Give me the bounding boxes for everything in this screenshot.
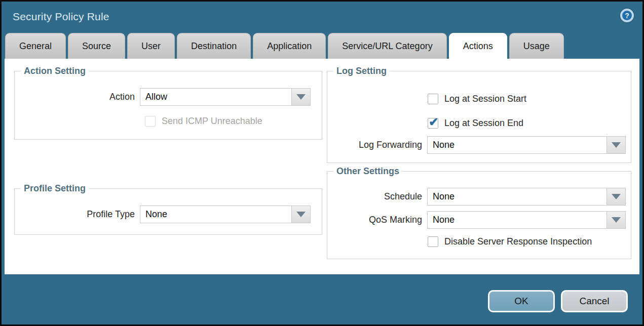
log-setting-legend: Log Setting: [333, 66, 390, 76]
cancel-button[interactable]: Cancel: [561, 290, 628, 312]
profile-setting-group: Profile Setting Profile Type None: [14, 188, 322, 235]
action-dropdown-button[interactable]: [291, 89, 310, 105]
log-session-start-row: Log at Session Start: [428, 94, 526, 104]
security-policy-rule-dialog: Security Policy Rule ? GeneralSourceUser…: [0, 0, 644, 326]
qos-marking-label: QoS Marking: [327, 215, 427, 225]
tab-bar: GeneralSourceUserDestinationApplicationS…: [5, 33, 564, 59]
tab-user[interactable]: User: [127, 33, 175, 59]
log-forwarding-dropdown-value: None: [428, 137, 607, 153]
send-icmp-label: Send ICMP Unreachable: [156, 116, 262, 127]
action-dropdown[interactable]: Allow: [140, 88, 311, 106]
profile-setting-legend: Profile Setting: [21, 183, 89, 194]
send-icmp-row: Send ICMP Unreachable: [145, 116, 262, 127]
help-icon[interactable]: ?: [620, 9, 634, 22]
chevron-down-icon: [296, 212, 306, 217]
action-setting-legend: Action Setting: [21, 66, 89, 76]
ok-button[interactable]: OK: [488, 290, 555, 312]
dsri-row: Disable Server Response Inspection: [428, 236, 592, 247]
other-settings-legend: Other Settings: [333, 166, 402, 177]
tab-actions[interactable]: Actions: [449, 33, 507, 59]
log-forwarding-label: Log Forwarding: [327, 140, 427, 150]
profile-type-dropdown-value: None: [140, 206, 291, 223]
dsri-checkbox[interactable]: [428, 236, 438, 247]
log-session-end-row: Log at Session End: [428, 118, 523, 129]
log-forwarding-dropdown[interactable]: None: [427, 136, 626, 154]
profile-type-dropdown-button[interactable]: [291, 206, 310, 223]
log-forwarding-dropdown-button[interactable]: [607, 137, 625, 153]
action-setting-group: Action Setting Action Allow Send ICMP Un…: [14, 71, 322, 140]
schedule-dropdown[interactable]: None: [427, 188, 626, 206]
dialog-title: Security Policy Rule: [13, 11, 109, 23]
log-session-start-label: Log at Session Start: [438, 94, 526, 104]
chevron-down-icon: [612, 217, 621, 223]
qos-marking-dropdown[interactable]: None: [427, 211, 626, 229]
tab-destination[interactable]: Destination: [177, 33, 251, 59]
chevron-down-icon: [612, 142, 621, 148]
dsri-label: Disable Server Response Inspection: [438, 236, 592, 247]
send-icmp-checkbox[interactable]: [145, 116, 156, 127]
tab-source[interactable]: Source: [68, 33, 125, 59]
schedule-dropdown-button[interactable]: [607, 188, 625, 205]
tab-service-url-category[interactable]: Service/URL Category: [328, 33, 446, 59]
log-session-end-checkbox[interactable]: [428, 118, 438, 129]
log-session-start-checkbox[interactable]: [428, 94, 438, 104]
actions-tab-panel: Action Setting Action Allow Send ICMP Un…: [5, 59, 639, 274]
tab-general[interactable]: General: [5, 33, 66, 59]
profile-type-label: Profile Type: [15, 209, 140, 220]
schedule-dropdown-value: None: [428, 188, 607, 205]
profile-type-dropdown[interactable]: None: [140, 206, 311, 223]
action-label: Action: [15, 92, 140, 102]
log-setting-group: Log Setting Log at Session Start Log at …: [327, 71, 631, 163]
chevron-down-icon: [612, 194, 621, 199]
qos-marking-dropdown-value: None: [428, 212, 607, 228]
other-settings-group: Other Settings Schedule None QoS Marking…: [327, 171, 631, 259]
schedule-label: Schedule: [327, 191, 427, 202]
chevron-down-icon: [296, 94, 306, 100]
qos-marking-dropdown-button[interactable]: [607, 212, 625, 228]
log-session-end-label: Log at Session End: [438, 118, 523, 129]
action-dropdown-value: Allow: [140, 89, 291, 105]
tab-usage[interactable]: Usage: [509, 33, 564, 59]
tab-application[interactable]: Application: [253, 33, 326, 59]
